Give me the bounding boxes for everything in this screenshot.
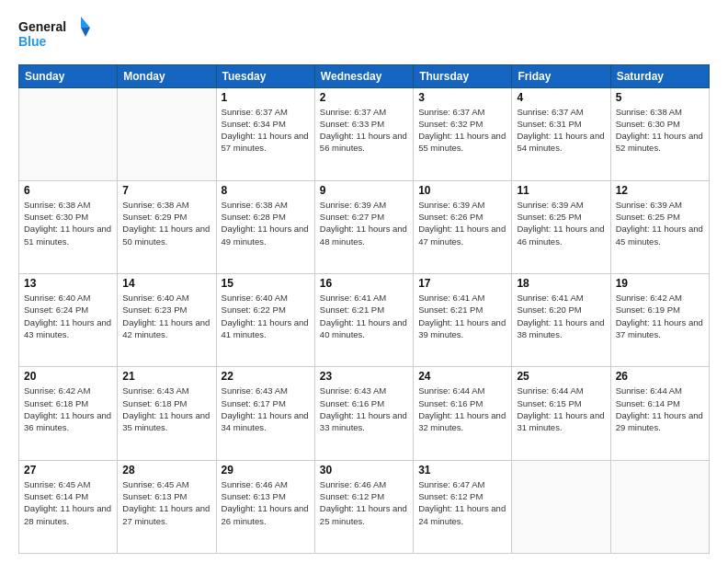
day-info: Sunrise: 6:44 AMSunset: 6:14 PMDaylight:… — [616, 385, 704, 433]
day-number: 12 — [616, 184, 704, 197]
weekday-header-wednesday: Wednesday — [314, 64, 413, 87]
logo: General Blue — [18, 15, 92, 55]
day-number: 13 — [24, 277, 112, 290]
weekday-header-friday: Friday — [512, 64, 610, 87]
svg-marker-3 — [81, 28, 90, 37]
day-number: 21 — [122, 370, 210, 383]
calendar-cell: 17Sunrise: 6:41 AMSunset: 6:21 PMDayligh… — [414, 274, 512, 367]
day-info: Sunrise: 6:44 AMSunset: 6:16 PMDaylight:… — [418, 385, 506, 433]
day-number: 6 — [24, 184, 112, 197]
calendar-body: 1Sunrise: 6:37 AMSunset: 6:34 PMDaylight… — [19, 87, 710, 553]
day-info: Sunrise: 6:47 AMSunset: 6:12 PMDaylight:… — [418, 478, 506, 527]
calendar-week-4: 20Sunrise: 6:42 AMSunset: 6:18 PMDayligh… — [19, 367, 710, 460]
day-number: 29 — [222, 464, 310, 477]
day-number: 15 — [222, 277, 310, 290]
day-info: Sunrise: 6:42 AMSunset: 6:19 PMDaylight:… — [616, 292, 704, 340]
calendar-week-5: 27Sunrise: 6:45 AMSunset: 6:14 PMDayligh… — [19, 460, 710, 553]
calendar-cell: 27Sunrise: 6:45 AMSunset: 6:14 PMDayligh… — [19, 460, 118, 553]
day-info: Sunrise: 6:42 AMSunset: 6:18 PMDaylight:… — [24, 385, 112, 433]
day-number: 2 — [320, 91, 408, 104]
day-number: 8 — [222, 184, 310, 197]
day-number: 26 — [616, 370, 704, 383]
day-info: Sunrise: 6:41 AMSunset: 6:21 PMDaylight:… — [320, 292, 408, 340]
calendar-cell: 1Sunrise: 6:37 AMSunset: 6:34 PMDaylight… — [216, 87, 314, 180]
logo-area: General Blue — [18, 15, 92, 55]
day-info: Sunrise: 6:43 AMSunset: 6:18 PMDaylight:… — [122, 385, 210, 433]
calendar-cell — [610, 460, 709, 553]
day-info: Sunrise: 6:45 AMSunset: 6:14 PMDaylight:… — [24, 478, 112, 527]
calendar-week-1: 1Sunrise: 6:37 AMSunset: 6:34 PMDaylight… — [19, 87, 710, 180]
calendar-cell: 18Sunrise: 6:41 AMSunset: 6:20 PMDayligh… — [512, 274, 610, 367]
day-info: Sunrise: 6:38 AMSunset: 6:28 PMDaylight:… — [222, 199, 310, 247]
calendar-cell: 19Sunrise: 6:42 AMSunset: 6:19 PMDayligh… — [610, 274, 709, 367]
day-number: 18 — [517, 277, 605, 290]
day-info: Sunrise: 6:43 AMSunset: 6:17 PMDaylight:… — [222, 385, 310, 433]
calendar-cell: 3Sunrise: 6:37 AMSunset: 6:32 PMDaylight… — [414, 87, 512, 180]
day-number: 30 — [320, 464, 408, 477]
day-info: Sunrise: 6:40 AMSunset: 6:23 PMDaylight:… — [122, 292, 210, 340]
day-number: 25 — [517, 370, 605, 383]
weekday-header-saturday: Saturday — [610, 64, 709, 87]
day-info: Sunrise: 6:40 AMSunset: 6:24 PMDaylight:… — [24, 292, 112, 340]
weekday-header-monday: Monday — [118, 64, 216, 87]
day-number: 5 — [616, 91, 704, 104]
calendar-cell: 11Sunrise: 6:39 AMSunset: 6:25 PMDayligh… — [512, 180, 610, 273]
calendar-table: SundayMondayTuesdayWednesdayThursdayFrid… — [18, 64, 710, 554]
calendar-cell: 20Sunrise: 6:42 AMSunset: 6:18 PMDayligh… — [19, 367, 118, 460]
calendar-cell: 16Sunrise: 6:41 AMSunset: 6:21 PMDayligh… — [314, 274, 413, 367]
calendar-cell: 22Sunrise: 6:43 AMSunset: 6:17 PMDayligh… — [216, 367, 314, 460]
calendar-header-row: SundayMondayTuesdayWednesdayThursdayFrid… — [19, 64, 710, 87]
day-number: 19 — [616, 277, 704, 290]
calendar-cell: 23Sunrise: 6:43 AMSunset: 6:16 PMDayligh… — [314, 367, 413, 460]
day-info: Sunrise: 6:39 AMSunset: 6:26 PMDaylight:… — [418, 199, 506, 247]
calendar-cell: 2Sunrise: 6:37 AMSunset: 6:33 PMDaylight… — [314, 87, 413, 180]
day-info: Sunrise: 6:46 AMSunset: 6:12 PMDaylight:… — [320, 478, 408, 527]
weekday-header-tuesday: Tuesday — [216, 64, 314, 87]
day-info: Sunrise: 6:38 AMSunset: 6:30 PMDaylight:… — [24, 199, 112, 247]
day-number: 14 — [122, 277, 210, 290]
day-info: Sunrise: 6:44 AMSunset: 6:15 PMDaylight:… — [517, 385, 605, 433]
day-number: 22 — [222, 370, 310, 383]
logo-svg: General Blue — [18, 15, 92, 52]
calendar-cell: 8Sunrise: 6:38 AMSunset: 6:28 PMDaylight… — [216, 180, 314, 273]
calendar-cell: 12Sunrise: 6:39 AMSunset: 6:25 PMDayligh… — [610, 180, 709, 273]
calendar-cell: 15Sunrise: 6:40 AMSunset: 6:22 PMDayligh… — [216, 274, 314, 367]
day-number: 28 — [122, 464, 210, 477]
calendar-week-2: 6Sunrise: 6:38 AMSunset: 6:30 PMDaylight… — [19, 180, 710, 273]
svg-text:General: General — [18, 19, 66, 34]
calendar-cell: 31Sunrise: 6:47 AMSunset: 6:12 PMDayligh… — [414, 460, 512, 553]
day-number: 24 — [418, 370, 506, 383]
day-info: Sunrise: 6:37 AMSunset: 6:31 PMDaylight:… — [517, 106, 605, 155]
calendar-cell: 5Sunrise: 6:38 AMSunset: 6:30 PMDaylight… — [610, 87, 709, 180]
day-number: 17 — [418, 277, 506, 290]
day-info: Sunrise: 6:38 AMSunset: 6:29 PMDaylight:… — [122, 199, 210, 247]
calendar-cell: 13Sunrise: 6:40 AMSunset: 6:24 PMDayligh… — [19, 274, 118, 367]
day-number: 20 — [24, 370, 112, 383]
calendar-cell: 24Sunrise: 6:44 AMSunset: 6:16 PMDayligh… — [414, 367, 512, 460]
day-info: Sunrise: 6:46 AMSunset: 6:13 PMDaylight:… — [222, 478, 310, 527]
weekday-header-thursday: Thursday — [414, 64, 512, 87]
day-number: 27 — [24, 464, 112, 477]
calendar-cell: 9Sunrise: 6:39 AMSunset: 6:27 PMDaylight… — [314, 180, 413, 273]
calendar-week-3: 13Sunrise: 6:40 AMSunset: 6:24 PMDayligh… — [19, 274, 710, 367]
calendar-cell: 29Sunrise: 6:46 AMSunset: 6:13 PMDayligh… — [216, 460, 314, 553]
calendar-cell — [19, 87, 118, 180]
calendar-cell: 30Sunrise: 6:46 AMSunset: 6:12 PMDayligh… — [314, 460, 413, 553]
day-number: 3 — [418, 91, 506, 104]
page: General Blue SundayMondayTuesdayWednesda… — [0, 0, 728, 563]
day-info: Sunrise: 6:37 AMSunset: 6:34 PMDaylight:… — [222, 106, 310, 155]
day-number: 23 — [320, 370, 408, 383]
calendar-cell: 10Sunrise: 6:39 AMSunset: 6:26 PMDayligh… — [414, 180, 512, 273]
calendar-cell: 7Sunrise: 6:38 AMSunset: 6:29 PMDaylight… — [118, 180, 216, 273]
day-number: 4 — [517, 91, 605, 104]
calendar-cell: 14Sunrise: 6:40 AMSunset: 6:23 PMDayligh… — [118, 274, 216, 367]
day-number: 1 — [222, 91, 310, 104]
day-number: 7 — [122, 184, 210, 197]
day-info: Sunrise: 6:39 AMSunset: 6:27 PMDaylight:… — [320, 199, 408, 247]
header: General Blue — [18, 15, 710, 55]
svg-text:Blue: Blue — [18, 34, 47, 49]
day-info: Sunrise: 6:40 AMSunset: 6:22 PMDaylight:… — [222, 292, 310, 340]
day-number: 16 — [320, 277, 408, 290]
svg-marker-2 — [81, 17, 90, 28]
day-info: Sunrise: 6:45 AMSunset: 6:13 PMDaylight:… — [122, 478, 210, 527]
